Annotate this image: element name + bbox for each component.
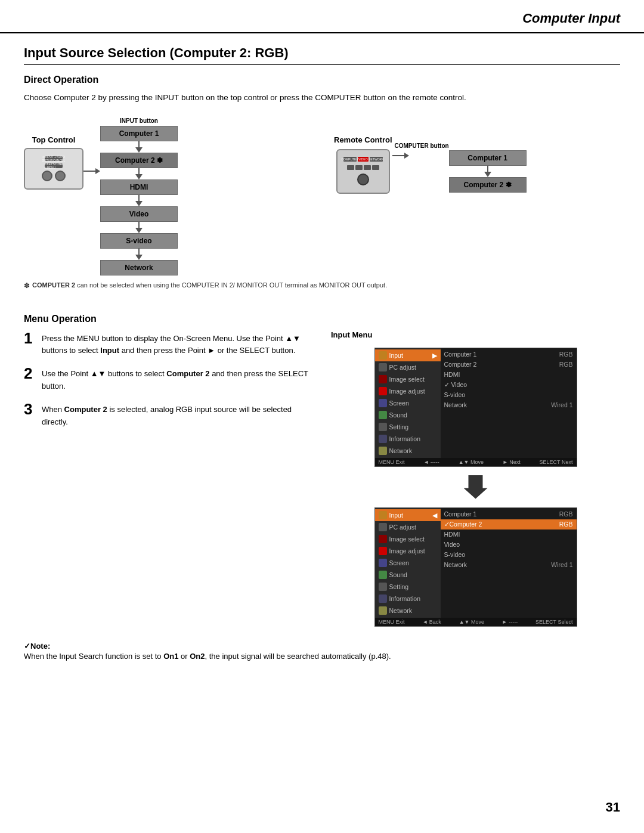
footnote: ✽ COMPUTER 2 can not be selected when us…	[24, 281, 620, 290]
right-svideo-1: S-video	[441, 390, 577, 400]
footnote-text: COMPUTER 2 can not be selected when usin…	[32, 281, 387, 290]
menu-panel-2-left: Input ◀ PC adjust Image select	[375, 508, 441, 618]
input-menu-title: Input Menu	[331, 330, 372, 339]
note-text: When the Input Search function is set to…	[24, 652, 391, 661]
bottom-move-2: ▲▼ Move	[459, 619, 484, 625]
footnote-symbol: ✽	[24, 281, 30, 290]
flow-item-hdmi: HDMI	[100, 179, 178, 195]
bottom-select-1: SELECT Next	[540, 459, 573, 465]
right-video-1: ✓ Video	[441, 380, 577, 390]
right-network-1: Network Wired 1	[441, 400, 577, 410]
bottom-move2-1: ▲▼ Move	[459, 459, 484, 465]
menu-item-sound-2[interactable]: Sound	[375, 569, 441, 581]
menu-item-imageadjust-2[interactable]: Image adjust	[375, 545, 441, 557]
info-icon-1	[379, 435, 387, 443]
menu-item-sound-1[interactable]: Sound	[375, 409, 441, 421]
menu-item-screen-1[interactable]: Screen	[375, 397, 441, 409]
diagram-area: Top Control ⊙INPUT ↙AUTO SETUP/CANCEL ⊙K…	[24, 117, 620, 275]
flow-item-computer1: Computer 1	[100, 126, 178, 141]
image-select-icon-1	[379, 375, 387, 383]
step-1-number: 1	[24, 330, 36, 346]
screen-icon-2	[379, 559, 387, 567]
menu-item-setting-1[interactable]: Setting	[375, 421, 441, 433]
flow-item-network: Network	[100, 260, 178, 275]
menu-panel-1-left: Input ▶ PC adjust Image select	[375, 348, 441, 458]
bottom-move1-1: ◄ -----	[423, 459, 439, 465]
menu-panel-1: Input ▶ PC adjust Image select	[374, 348, 577, 467]
bottom-dash-2: ► -----	[502, 619, 518, 625]
top-control-device: ⊙INPUT ↙AUTO SETUP/CANCEL ⊙KEYSTONE ⊙MEN…	[24, 148, 83, 190]
setting-icon-2	[379, 583, 387, 591]
menu-panel-2: Input ◀ PC adjust Image select	[374, 507, 577, 627]
menu-item-input-1[interactable]: Input ▶	[375, 349, 441, 361]
flow-item-video: Video	[100, 206, 178, 222]
computer-btn-label: COMPUTER button	[395, 143, 449, 149]
input-icon-1	[379, 351, 387, 360]
remote-flow-computer1: Computer 1	[449, 150, 527, 166]
down-arrow-container	[374, 475, 577, 499]
step-3-number: 3	[24, 401, 36, 417]
right-video-2: Video	[441, 540, 577, 550]
menu-panel-2-right: Computer 1 RGB ✓Computer 2 RGB HDMI V	[441, 508, 577, 618]
intro-text: Choose Computer 2 by pressing the INPUT …	[24, 91, 620, 104]
image-adjust-icon-2	[379, 547, 387, 555]
right-computer1-2: Computer 1 RGB	[441, 509, 577, 519]
bottom-exit-2: MENU Exit	[379, 619, 405, 625]
menu-item-setting-2[interactable]: Setting	[375, 581, 441, 593]
flow-item-computer2: Computer 2 ✽	[100, 153, 178, 168]
network-icon-2	[379, 606, 387, 615]
right-computer2-2: ✓Computer 2 RGB	[441, 519, 577, 529]
menu-item-info-2[interactable]: Information	[375, 593, 441, 605]
sound-icon-1	[379, 411, 387, 419]
menu-item-pcadjust-1[interactable]: PC adjust	[375, 361, 441, 373]
menu-operation-label: Menu Operation	[24, 314, 620, 324]
menu-item-pcadjust-2[interactable]: PC adjust	[375, 521, 441, 533]
right-computer1-1: Computer 1 RGB	[441, 349, 577, 360]
menu-item-input-2[interactable]: Input ◀	[375, 509, 441, 521]
remote-control-device: COMPUTER VIDEO NETWORK	[336, 149, 390, 194]
right-hdmi-1: HDMI	[441, 370, 577, 380]
flow-item-svideo: S-video	[100, 233, 178, 249]
step-2-number: 2	[24, 366, 36, 381]
menu-item-network-2[interactable]: Network	[375, 605, 441, 617]
bottom-next1-1: ► Next	[503, 459, 521, 465]
remote-flow-computer2: Computer 2 ✽	[449, 177, 527, 193]
right-hdmi-2: HDMI	[441, 529, 577, 540]
menu-bottom-bar-2: MENU Exit ◄ Back ▲▼ Move ► ----- SELECT …	[375, 618, 577, 626]
network-icon-1	[379, 447, 387, 455]
remote-control-diagram: Remote Control COMPUTER VIDEO NETWORK	[334, 117, 620, 194]
top-control-label: Top Control	[32, 135, 76, 144]
image-adjust-icon-1	[379, 387, 387, 395]
menu-item-imageadjust-1[interactable]: Image adjust	[375, 385, 441, 397]
screen-icon-1	[379, 399, 387, 407]
bottom-select-2: SELECT Select	[535, 619, 572, 625]
page-title: Computer Input	[24, 11, 620, 26]
top-control-diagram: Top Control ⊙INPUT ↙AUTO SETUP/CANCEL ⊙K…	[24, 117, 310, 275]
menu-item-network-1[interactable]: Network	[375, 445, 441, 457]
note-section: ✓Note: When the Input Search function is…	[24, 641, 620, 663]
menu-item-screen-2[interactable]: Screen	[375, 557, 441, 569]
right-network-2: Network Wired 1	[441, 560, 577, 570]
setting-icon-1	[379, 423, 387, 431]
info-icon-2	[379, 594, 387, 603]
remote-control-label: Remote Control	[334, 135, 392, 144]
menu-item-imageselect-2[interactable]: Image select	[375, 533, 441, 545]
pc-icon-2	[379, 523, 387, 531]
steps-block: 1 Press the MENU button to display the O…	[24, 330, 313, 437]
section-title: Input Source Selection (Computer 2: RGB)	[24, 45, 620, 65]
direct-operation-label: Direct Operation	[24, 75, 620, 85]
page-number: 31	[606, 800, 620, 815]
menu-item-imageselect-1[interactable]: Image select	[375, 373, 441, 385]
bottom-back-2: ◄ Back	[422, 619, 441, 625]
menu-item-info-1[interactable]: Information	[375, 433, 441, 445]
bottom-exit-1: MENU Exit	[379, 459, 405, 465]
menu-bottom-bar-1: MENU Exit ◄ ----- ▲▼ Move ► Next SELECT …	[375, 458, 577, 466]
input-menu-block: Input Menu Input ▶ PC adjust	[331, 330, 620, 627]
step-1: 1 Press the MENU button to display the O…	[24, 330, 313, 358]
note-label: ✓Note:	[24, 642, 50, 651]
right-svideo-2: S-video	[441, 550, 577, 560]
page-header: Computer Input	[0, 0, 644, 33]
down-arrow-icon	[464, 475, 488, 499]
step-3: 3 When Computer 2 is selected, analog RG…	[24, 401, 313, 429]
step-3-text: When Computer 2 is selected, analog RGB …	[42, 401, 313, 429]
